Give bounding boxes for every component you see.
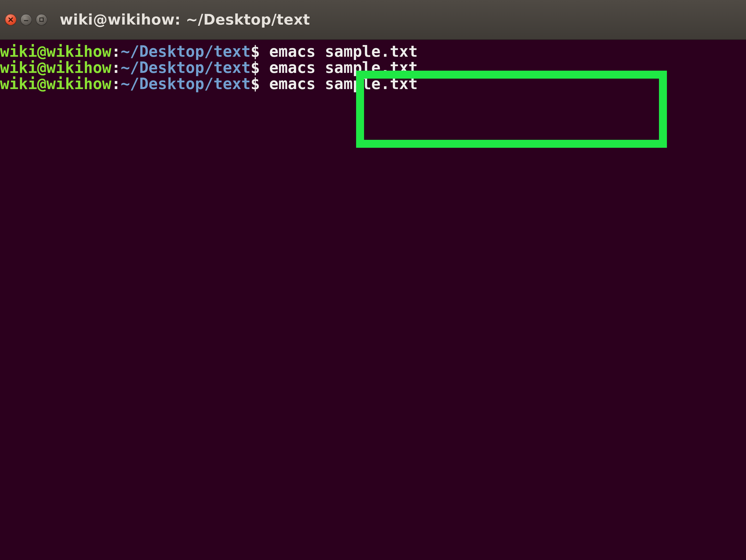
- terminal-line: wiki@wikihow:~/Desktop/text$ emacs sampl…: [0, 76, 746, 92]
- prompt-path: ~/Desktop/text: [121, 58, 251, 77]
- window-buttons: [5, 14, 47, 25]
- command-text: emacs sample.txt: [269, 58, 418, 77]
- prompt-colon: :: [111, 42, 121, 60]
- prompt-userhost: wiki@wikihow: [0, 75, 111, 93]
- prompt-path: ~/Desktop/text: [121, 75, 251, 93]
- prompt-dollar: $: [251, 42, 269, 60]
- prompt-userhost: wiki@wikihow: [0, 58, 111, 77]
- terminal-line: wiki@wikihow:~/Desktop/text$ emacs sampl…: [0, 43, 746, 59]
- prompt-path: ~/Desktop/text: [121, 42, 251, 60]
- close-button[interactable]: [5, 14, 17, 25]
- terminal-line: wiki@wikihow:~/Desktop/text$ emacs sampl…: [0, 59, 746, 76]
- minimize-icon: [23, 17, 29, 22]
- prompt-dollar: $: [251, 75, 269, 93]
- svg-rect-3: [40, 18, 43, 21]
- prompt-userhost: wiki@wikihow: [0, 42, 111, 60]
- prompt-colon: :: [111, 75, 121, 93]
- command-text: emacs sample.txt: [269, 42, 418, 60]
- window-title: wiki@wikihow: ~/Desktop/text: [60, 11, 310, 28]
- close-icon: [8, 17, 13, 22]
- maximize-button[interactable]: [36, 14, 47, 25]
- maximize-icon: [39, 17, 44, 22]
- minimize-button[interactable]: [20, 14, 32, 25]
- prompt-colon: :: [111, 58, 121, 77]
- window-titlebar: wiki@wikihow: ~/Desktop/text: [0, 0, 746, 40]
- terminal-area[interactable]: wiki@wikihow:~/Desktop/text$ emacs sampl…: [0, 40, 746, 560]
- command-text: emacs sample.txt: [269, 75, 418, 93]
- prompt-dollar: $: [251, 58, 269, 77]
